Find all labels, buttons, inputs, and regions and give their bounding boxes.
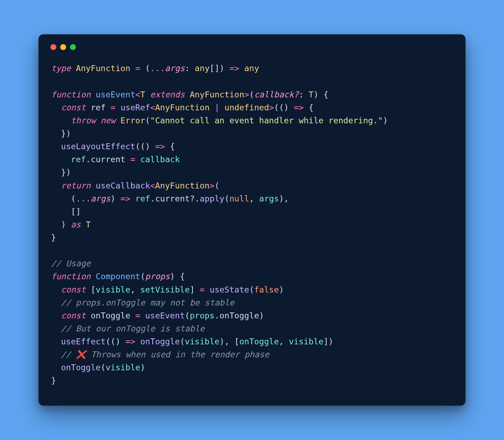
code-token: (	[145, 116, 150, 125]
code-token: const	[61, 311, 86, 321]
code-token	[51, 285, 61, 295]
code-token: extends	[150, 90, 185, 99]
code-token	[96, 116, 100, 125]
code-token: T	[309, 90, 314, 99]
code-token: )	[279, 285, 284, 295]
code-token: )	[259, 311, 264, 321]
code-token	[115, 103, 120, 112]
code-token: >	[269, 103, 274, 112]
code-token: ,	[249, 194, 259, 204]
code-token	[210, 103, 215, 112]
code-token: args	[259, 194, 279, 204]
code-token: (	[215, 181, 219, 191]
code-token	[219, 103, 224, 112]
zoom-icon[interactable]	[70, 44, 76, 50]
code-token: ,	[130, 285, 140, 295]
code-token	[130, 194, 135, 204]
code-token: apply	[200, 194, 225, 204]
code-token: new	[101, 116, 115, 125]
code-token	[51, 311, 61, 321]
code-token	[71, 63, 76, 73]
code-token: onToggle	[239, 337, 279, 346]
code-token: ) {	[170, 271, 185, 281]
code-token: props	[145, 271, 170, 281]
code-token: ...	[76, 194, 91, 204]
code-token: <	[150, 181, 155, 191]
code-token	[51, 324, 61, 334]
code-token: (	[140, 63, 150, 73]
code-token	[51, 116, 71, 125]
code-token: <	[135, 90, 140, 99]
code-token	[51, 298, 61, 308]
code-token	[115, 116, 120, 125]
code-token	[106, 103, 111, 112]
code-token: AnyFunction	[76, 63, 131, 73]
code-window: type AnyFunction = (...args: any[]) => a…	[38, 34, 465, 405]
code-token: =>	[125, 337, 135, 346]
code-token: current	[91, 154, 125, 164]
code-token: onToggle	[61, 363, 100, 372]
code-token: useCallback	[96, 181, 150, 191]
code-token: (	[185, 311, 190, 321]
code-token: >	[210, 181, 215, 191]
code-token: callback	[140, 154, 180, 164]
code-token: (()	[106, 337, 126, 346]
code-token: callback?	[254, 90, 299, 99]
code-token: visible	[289, 337, 323, 346]
code-token: >	[244, 90, 249, 99]
code-token	[86, 311, 91, 321]
code-token: :	[299, 90, 309, 99]
code-token: false	[254, 285, 279, 295]
code-token	[91, 271, 96, 281]
code-token: ) {	[314, 90, 328, 99]
code-token: as	[71, 220, 81, 229]
code-token: )	[111, 194, 120, 204]
code-token: Error	[120, 116, 145, 125]
code-token: ), [	[219, 337, 239, 346]
code-token: =>	[155, 142, 165, 151]
code-token: undefined	[224, 103, 269, 112]
code-token: props	[190, 311, 215, 321]
code-token: visible	[185, 337, 219, 346]
code-token: }	[51, 233, 56, 242]
code-token: )	[383, 116, 388, 125]
code-token: ...	[150, 63, 165, 73]
code-token: // props.onToggle may not be stable	[61, 298, 234, 308]
code-token	[51, 363, 61, 372]
code-token: T	[86, 220, 91, 229]
code-token: type	[51, 63, 71, 73]
code-token: useState	[210, 285, 249, 295]
code-token: (	[100, 363, 105, 372]
code-token: useRef	[120, 103, 150, 112]
code-token: const	[61, 285, 86, 295]
code-token: return	[61, 181, 91, 191]
code-token	[51, 103, 61, 112]
code-token: Component	[96, 271, 140, 281]
code-token: <	[150, 103, 155, 112]
code-token: )	[51, 220, 71, 229]
code-token: args	[91, 194, 111, 204]
code-token: =>	[294, 103, 303, 112]
code-token	[81, 220, 86, 229]
code-token	[91, 90, 96, 99]
minimize-icon[interactable]	[60, 44, 66, 50]
code-token: // ❌ Throws when used in the render phas…	[61, 350, 269, 359]
code-token: useLayoutEffect	[61, 142, 135, 151]
close-icon[interactable]	[50, 44, 56, 50]
code-token	[130, 311, 135, 321]
code-token: ]	[190, 285, 200, 295]
code-token	[185, 90, 190, 99]
code-token: (	[249, 285, 254, 295]
code-token: })	[51, 167, 71, 177]
code-token: ref	[91, 103, 105, 112]
code-token: |	[215, 103, 219, 112]
code-token: useEvent	[96, 90, 135, 99]
code-token: =	[135, 63, 140, 73]
window-controls	[50, 44, 453, 50]
code-token	[239, 63, 244, 73]
code-token: onToggle	[140, 337, 180, 346]
code-token: =	[200, 285, 204, 295]
code-token: throw	[71, 116, 96, 125]
code-token	[145, 90, 150, 99]
code-token: onToggle	[91, 311, 130, 321]
